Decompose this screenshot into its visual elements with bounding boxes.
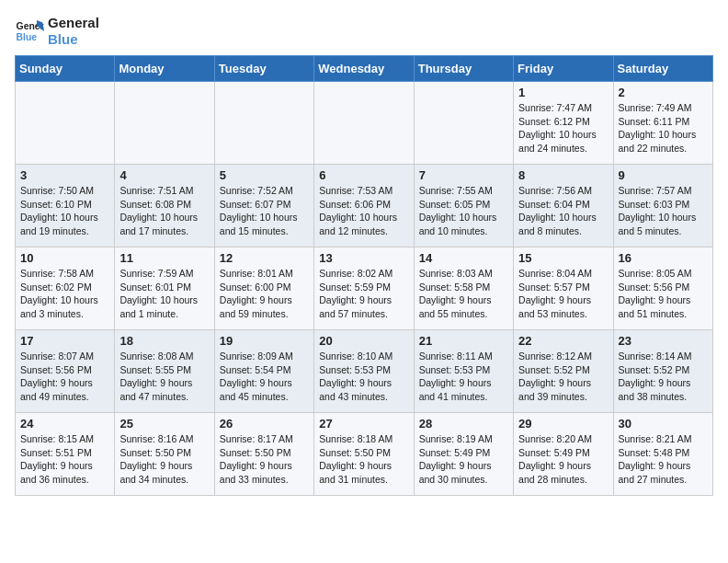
day-number: 5 xyxy=(220,168,309,182)
day-info: Sunrise: 7:52 AM Sunset: 6:07 PM Dayligh… xyxy=(220,184,309,238)
calendar-day-cell: 29Sunrise: 8:20 AM Sunset: 5:49 PM Dayli… xyxy=(514,413,613,496)
calendar-day-cell: 19Sunrise: 8:09 AM Sunset: 5:54 PM Dayli… xyxy=(214,330,313,413)
day-info: Sunrise: 8:07 AM Sunset: 5:56 PM Dayligh… xyxy=(20,350,109,404)
day-number: 18 xyxy=(119,334,209,348)
calendar-day-cell: 18Sunrise: 8:08 AM Sunset: 5:55 PM Dayli… xyxy=(115,330,214,413)
day-number: 24 xyxy=(20,417,109,431)
day-info: Sunrise: 8:21 AM Sunset: 5:48 PM Dayligh… xyxy=(619,432,708,487)
day-info: Sunrise: 8:03 AM Sunset: 5:58 PM Dayligh… xyxy=(419,267,508,321)
weekday-header: Wednesday xyxy=(314,56,414,82)
day-info: Sunrise: 7:57 AM Sunset: 6:03 PM Dayligh… xyxy=(619,184,708,238)
calendar-day-cell: 30Sunrise: 8:21 AM Sunset: 5:48 PM Dayli… xyxy=(613,413,712,496)
calendar-day-cell: 23Sunrise: 8:14 AM Sunset: 5:52 PM Dayli… xyxy=(613,330,712,413)
day-number: 2 xyxy=(619,86,708,99)
calendar-week-row: 3Sunrise: 7:50 AM Sunset: 6:10 PM Daylig… xyxy=(16,165,713,247)
calendar-table: SundayMondayTuesdayWednesdayThursdayFrid… xyxy=(15,55,713,496)
weekday-header-row: SundayMondayTuesdayWednesdayThursdayFrid… xyxy=(16,56,713,82)
calendar-day-cell: 8Sunrise: 7:56 AM Sunset: 6:04 PM Daylig… xyxy=(514,165,613,247)
weekday-header: Saturday xyxy=(613,56,712,82)
day-number: 30 xyxy=(619,417,708,431)
calendar-day-cell: 11Sunrise: 7:59 AM Sunset: 6:01 PM Dayli… xyxy=(115,247,214,330)
calendar-week-row: 10Sunrise: 7:58 AM Sunset: 6:02 PM Dayli… xyxy=(16,247,713,330)
calendar-day-cell: 1Sunrise: 7:47 AM Sunset: 6:12 PM Daylig… xyxy=(514,82,613,165)
day-number: 25 xyxy=(119,417,209,431)
calendar-day-cell: 22Sunrise: 8:12 AM Sunset: 5:52 PM Dayli… xyxy=(514,330,613,413)
day-info: Sunrise: 8:04 AM Sunset: 5:57 PM Dayligh… xyxy=(518,267,608,321)
calendar-day-cell: 14Sunrise: 8:03 AM Sunset: 5:58 PM Dayli… xyxy=(414,247,513,330)
calendar-day-cell: 3Sunrise: 7:50 AM Sunset: 6:10 PM Daylig… xyxy=(16,165,115,247)
day-number: 17 xyxy=(20,334,109,348)
svg-text:Blue: Blue xyxy=(17,32,38,42)
day-info: Sunrise: 7:56 AM Sunset: 6:04 PM Dayligh… xyxy=(518,184,608,238)
day-number: 22 xyxy=(518,334,608,348)
day-info: Sunrise: 7:49 AM Sunset: 6:11 PM Dayligh… xyxy=(619,101,708,155)
day-number: 4 xyxy=(119,168,209,182)
day-number: 29 xyxy=(518,417,608,431)
day-info: Sunrise: 7:50 AM Sunset: 6:10 PM Dayligh… xyxy=(20,184,109,238)
calendar-day-cell: 9Sunrise: 7:57 AM Sunset: 6:03 PM Daylig… xyxy=(613,165,712,247)
day-info: Sunrise: 8:15 AM Sunset: 5:51 PM Dayligh… xyxy=(20,432,109,487)
calendar-day-cell: 7Sunrise: 7:55 AM Sunset: 6:05 PM Daylig… xyxy=(414,165,513,247)
calendar-day-cell: 5Sunrise: 7:52 AM Sunset: 6:07 PM Daylig… xyxy=(214,165,313,247)
weekday-header: Sunday xyxy=(16,56,115,82)
weekday-header: Tuesday xyxy=(214,56,313,82)
day-info: Sunrise: 8:17 AM Sunset: 5:50 PM Dayligh… xyxy=(220,432,309,487)
calendar-day-cell: 4Sunrise: 7:51 AM Sunset: 6:08 PM Daylig… xyxy=(115,165,214,247)
calendar-day-cell: 20Sunrise: 8:10 AM Sunset: 5:53 PM Dayli… xyxy=(314,330,414,413)
calendar-day-cell: 24Sunrise: 8:15 AM Sunset: 5:51 PM Dayli… xyxy=(16,413,115,496)
day-info: Sunrise: 8:01 AM Sunset: 6:00 PM Dayligh… xyxy=(220,267,309,321)
calendar-day-cell: 16Sunrise: 8:05 AM Sunset: 5:56 PM Dayli… xyxy=(613,247,712,330)
day-number: 6 xyxy=(319,168,408,182)
day-number: 28 xyxy=(419,417,508,431)
day-number: 1 xyxy=(518,86,608,99)
weekday-header: Monday xyxy=(115,56,214,82)
day-info: Sunrise: 8:19 AM Sunset: 5:49 PM Dayligh… xyxy=(419,432,508,487)
day-number: 27 xyxy=(319,417,408,431)
day-info: Sunrise: 8:10 AM Sunset: 5:53 PM Dayligh… xyxy=(319,350,408,404)
day-number: 13 xyxy=(319,251,408,265)
day-number: 8 xyxy=(518,168,608,182)
calendar-day-cell: 28Sunrise: 8:19 AM Sunset: 5:49 PM Dayli… xyxy=(414,413,513,496)
logo: General Blue General Blue xyxy=(15,15,99,48)
day-number: 26 xyxy=(220,417,309,431)
calendar-day-cell: 26Sunrise: 8:17 AM Sunset: 5:50 PM Dayli… xyxy=(214,413,313,496)
calendar-week-row: 17Sunrise: 8:07 AM Sunset: 5:56 PM Dayli… xyxy=(16,330,713,413)
day-number: 15 xyxy=(518,251,608,265)
day-info: Sunrise: 8:08 AM Sunset: 5:55 PM Dayligh… xyxy=(119,350,209,404)
calendar-day-cell: 21Sunrise: 8:11 AM Sunset: 5:53 PM Dayli… xyxy=(414,330,513,413)
logo-icon: General Blue xyxy=(15,17,44,46)
day-info: Sunrise: 8:18 AM Sunset: 5:50 PM Dayligh… xyxy=(319,432,408,487)
day-number: 16 xyxy=(619,251,708,265)
calendar-day-cell: 27Sunrise: 8:18 AM Sunset: 5:50 PM Dayli… xyxy=(314,413,414,496)
day-number: 19 xyxy=(220,334,309,348)
day-number: 23 xyxy=(619,334,708,348)
calendar-day-cell xyxy=(16,82,115,165)
weekday-header: Thursday xyxy=(414,56,513,82)
calendar-day-cell: 15Sunrise: 8:04 AM Sunset: 5:57 PM Dayli… xyxy=(514,247,613,330)
day-info: Sunrise: 8:05 AM Sunset: 5:56 PM Dayligh… xyxy=(619,267,708,321)
day-number: 11 xyxy=(119,251,209,265)
calendar-day-cell: 12Sunrise: 8:01 AM Sunset: 6:00 PM Dayli… xyxy=(214,247,313,330)
logo-blue: Blue xyxy=(48,31,99,48)
day-number: 3 xyxy=(20,168,109,182)
calendar-day-cell: 13Sunrise: 8:02 AM Sunset: 5:59 PM Dayli… xyxy=(314,247,414,330)
calendar-day-cell: 17Sunrise: 8:07 AM Sunset: 5:56 PM Dayli… xyxy=(16,330,115,413)
day-info: Sunrise: 7:59 AM Sunset: 6:01 PM Dayligh… xyxy=(119,267,209,321)
calendar-day-cell xyxy=(314,82,414,165)
day-info: Sunrise: 8:16 AM Sunset: 5:50 PM Dayligh… xyxy=(119,432,209,487)
day-info: Sunrise: 8:12 AM Sunset: 5:52 PM Dayligh… xyxy=(518,350,608,404)
day-info: Sunrise: 8:20 AM Sunset: 5:49 PM Dayligh… xyxy=(518,432,608,487)
calendar-day-cell: 10Sunrise: 7:58 AM Sunset: 6:02 PM Dayli… xyxy=(16,247,115,330)
calendar-week-row: 1Sunrise: 7:47 AM Sunset: 6:12 PM Daylig… xyxy=(16,82,713,165)
day-number: 12 xyxy=(220,251,309,265)
calendar-day-cell: 2Sunrise: 7:49 AM Sunset: 6:11 PM Daylig… xyxy=(613,82,712,165)
day-number: 20 xyxy=(319,334,408,348)
day-info: Sunrise: 7:58 AM Sunset: 6:02 PM Dayligh… xyxy=(20,267,109,321)
weekday-header: Friday xyxy=(514,56,613,82)
day-info: Sunrise: 7:55 AM Sunset: 6:05 PM Dayligh… xyxy=(419,184,508,238)
calendar-day-cell xyxy=(214,82,313,165)
day-info: Sunrise: 7:51 AM Sunset: 6:08 PM Dayligh… xyxy=(119,184,209,238)
calendar-week-row: 24Sunrise: 8:15 AM Sunset: 5:51 PM Dayli… xyxy=(16,413,713,496)
day-number: 21 xyxy=(419,334,508,348)
calendar-day-cell xyxy=(414,82,513,165)
